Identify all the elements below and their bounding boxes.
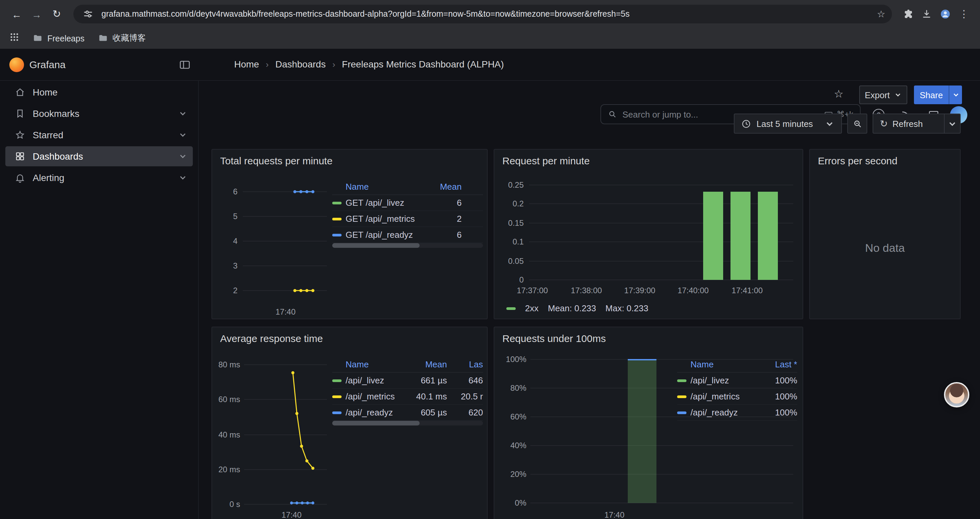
search-icon: [608, 110, 617, 119]
legend-header-mean[interactable]: Mean: [403, 359, 447, 369]
y-tick: 0.1: [496, 237, 524, 246]
x-tick: 17:40: [272, 307, 299, 316]
series-name[interactable]: 2xx: [525, 303, 538, 313]
legend-row: /api/_livez 661 µs 646: [332, 373, 483, 389]
bookmark-label: 收藏博客: [112, 33, 146, 44]
chevron-down-icon[interactable]: [178, 109, 188, 118]
x-tick: 17:39:00: [620, 286, 660, 295]
x-tick: 17:41:00: [727, 286, 767, 295]
reload-icon[interactable]: ↻: [48, 5, 65, 23]
series-mean: 605 µs: [403, 407, 447, 417]
zoom-out-button[interactable]: [847, 113, 867, 134]
bookmarks-bar: Freeleaps 收藏博客: [0, 28, 980, 49]
legend-table: Name Mean GET /api/_livez 6 GET /api/_me…: [332, 179, 483, 243]
site-settings-icon[interactable]: [80, 6, 96, 22]
floating-assistant-avatar[interactable]: [944, 382, 969, 407]
legend-header-mean[interactable]: Mean: [422, 182, 461, 192]
legend-header-name[interactable]: Name: [345, 359, 403, 369]
refresh-interval-chevron[interactable]: [944, 114, 960, 133]
series-mean: 661 µs: [403, 375, 447, 385]
time-range-picker[interactable]: Last 5 minutes: [734, 113, 842, 134]
series-name[interactable]: /api/_livez: [690, 375, 765, 385]
y-tick: 80 ms: [212, 360, 240, 369]
bookmark-folder-blogs[interactable]: 收藏博客: [98, 33, 146, 44]
sidebar-item-starred[interactable]: Starred: [5, 125, 193, 145]
share-dropdown-chevron[interactable]: [949, 86, 962, 104]
browser-menu-icon[interactable]: ⋮: [956, 6, 972, 22]
export-button[interactable]: Export: [859, 86, 907, 104]
requests-under-100ms-chart: [494, 327, 803, 519]
favorite-star-icon[interactable]: ☆: [834, 88, 843, 100]
y-tick: 80%: [496, 383, 527, 393]
series-name[interactable]: /api/_livez: [345, 375, 403, 385]
bookmark-folder-freeleaps[interactable]: Freeleaps: [33, 34, 84, 43]
legend-row: /api/_metrics 100%: [677, 389, 797, 405]
series-name[interactable]: /api/_readyz: [690, 407, 765, 417]
refresh-button[interactable]: ↻ Refresh: [873, 113, 961, 134]
series-name[interactable]: /api/_readyz: [345, 407, 403, 417]
url-text[interactable]: grafana.mathmast.com/d/deytv4rwavabkb/fr…: [102, 10, 872, 19]
sidebar-item-label: Home: [33, 87, 58, 97]
legend-header-name[interactable]: Name: [690, 359, 765, 369]
bookmark-label: Freeleaps: [48, 34, 84, 43]
panel-title[interactable]: Errors per second: [810, 150, 960, 166]
screen: ← → ↻ grafana.mathmast.com/d/deytv4rwava…: [0, 0, 980, 519]
series-swatch: [332, 233, 342, 236]
series-last: 100%: [765, 375, 797, 385]
chevron-down-icon: [824, 118, 835, 129]
legend-scrollbar[interactable]: [332, 421, 483, 425]
legend-scrollbar[interactable]: [332, 243, 483, 248]
browser-chrome: ← → ↻ grafana.mathmast.com/d/deytv4rwava…: [0, 0, 980, 49]
downloads-icon[interactable]: [919, 6, 935, 22]
home-icon: [15, 87, 25, 97]
url-bar[interactable]: grafana.mathmast.com/d/deytv4rwavabkb/fr…: [73, 5, 892, 23]
sidebar-item-alerting[interactable]: Alerting: [5, 168, 193, 188]
legend-header-name[interactable]: Name: [345, 182, 422, 192]
y-tick: 20%: [496, 469, 527, 479]
sidebar-item-dashboards[interactable]: Dashboards: [5, 146, 193, 166]
refresh-icon: ↻: [880, 118, 888, 129]
series-name[interactable]: /api/_metrics: [690, 391, 765, 401]
legend-header-last[interactable]: Las: [452, 359, 483, 369]
forward-icon[interactable]: →: [28, 5, 45, 23]
series-name[interactable]: GET /api/_metrics: [345, 214, 422, 224]
series-name[interactable]: /api/_metrics: [345, 391, 403, 401]
y-tick: 3: [216, 261, 237, 270]
y-tick: 40 ms: [212, 430, 240, 439]
back-icon[interactable]: ←: [8, 5, 25, 23]
profile-icon[interactable]: [937, 6, 953, 22]
bookmark-star-icon[interactable]: ☆: [877, 9, 885, 19]
apps-grid-icon[interactable]: [10, 32, 19, 45]
grafana-logo[interactable]: [10, 57, 24, 72]
chevron-down-icon[interactable]: [178, 130, 188, 140]
y-tick: 6: [216, 187, 237, 196]
y-tick: 0%: [496, 498, 527, 508]
share-button[interactable]: Share: [914, 86, 962, 104]
y-tick: 0.05: [496, 257, 524, 266]
chevron-down-icon[interactable]: [178, 173, 188, 182]
series-name[interactable]: GET /api/_livez: [345, 198, 422, 208]
series-swatch: [506, 307, 516, 310]
series-last: 646: [452, 375, 483, 385]
panel-average-response-time: Average response time 80 ms 60 ms 40 ms …: [212, 327, 488, 519]
chevron-down-icon[interactable]: [178, 152, 188, 161]
clock-icon: [741, 118, 751, 129]
series-name[interactable]: GET /api/_readyz: [345, 230, 422, 240]
panel-total-requests: Total requests per minute 6 5 4 3 2 17:4…: [212, 149, 488, 319]
sidebar-item-home[interactable]: Home: [5, 82, 193, 102]
legend-row: GET /api/_metrics 2: [332, 211, 483, 227]
series-last: 620: [452, 407, 483, 417]
breadcrumb-home[interactable]: Home: [234, 59, 259, 69]
grafana-header: Grafana Home › Dashboards › Freeleaps Me…: [0, 49, 980, 81]
extensions-icon[interactable]: [900, 6, 916, 22]
zoom-out-icon: [852, 118, 862, 129]
legend-row: GET /api/_readyz 6: [332, 227, 483, 243]
dock-menu-icon[interactable]: [179, 59, 191, 71]
sidebar-item-bookmarks[interactable]: Bookmarks: [5, 104, 193, 124]
y-tick: 60%: [496, 412, 527, 422]
breadcrumb-dashboards[interactable]: Dashboards: [275, 59, 326, 69]
legend-header-last[interactable]: Last *: [765, 359, 797, 369]
y-tick: 2: [216, 286, 237, 295]
browser-toolbar: ← → ↻ grafana.mathmast.com/d/deytv4rwava…: [0, 0, 980, 28]
dashboards-icon: [15, 151, 25, 162]
